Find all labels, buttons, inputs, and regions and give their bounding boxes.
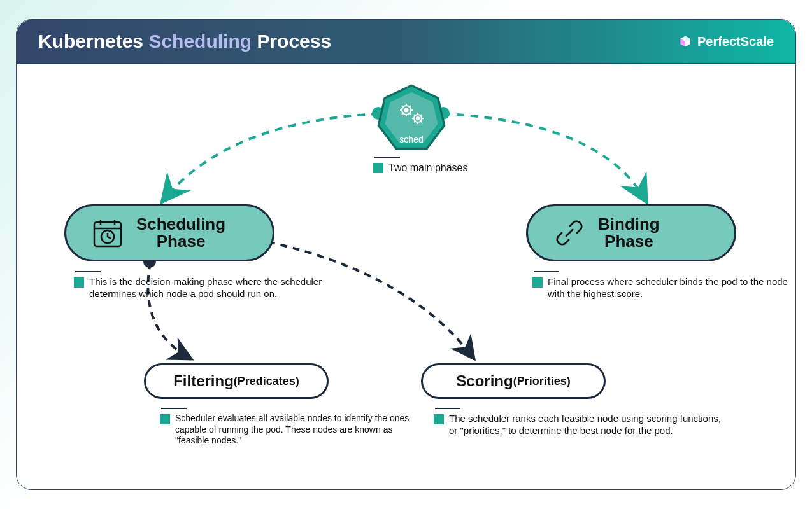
divider	[161, 408, 187, 409]
bullet-icon	[532, 277, 543, 288]
bullet-icon	[160, 414, 170, 424]
scheduling-desc: This is the decision-making phase where …	[74, 271, 350, 300]
title-prefix: Kubernetes	[38, 31, 148, 52]
filtering-node: Filtering (Predicates)	[144, 363, 329, 399]
scheduling-desc-text: This is the decision-making phase where …	[89, 276, 350, 300]
link-icon	[552, 216, 587, 250]
brand-block: PerfectScale	[678, 34, 774, 49]
filtering-desc-text: Scheduler evaluates all available nodes …	[175, 413, 411, 447]
page-title: Kubernetes Scheduling Process	[38, 31, 331, 52]
binding-desc: Final process where scheduler binds the …	[532, 271, 795, 300]
divider	[534, 271, 559, 272]
diagram-card: Kubernetes Scheduling Process PerfectSca…	[16, 19, 796, 490]
scoring-label: Scoring	[456, 372, 513, 390]
filtering-label: Filtering	[173, 372, 234, 390]
scoring-node: Scoring (Priorities)	[421, 363, 606, 399]
bullet-icon	[74, 277, 84, 288]
scheduler-label: sched	[399, 134, 423, 144]
calendar-clock-icon	[90, 216, 125, 250]
bullet-icon	[373, 163, 383, 173]
binding-phase-label: Binding Phase	[598, 216, 660, 251]
scoring-desc: The scheduler ranks each feasible node u…	[434, 408, 729, 437]
diagram-canvas: sched Two main phases Scheduling	[17, 64, 795, 489]
scoring-desc-text: The scheduler ranks each feasible node u…	[449, 413, 729, 437]
binding-desc-text: Final process where scheduler binds the …	[548, 276, 795, 300]
svg-point-3	[405, 109, 408, 112]
bullet-icon	[434, 414, 444, 424]
divider	[374, 157, 400, 158]
gears-icon	[397, 101, 426, 127]
divider	[75, 271, 101, 272]
header-bar: Kubernetes Scheduling Process PerfectSca…	[17, 20, 795, 64]
title-suffix: Process	[252, 31, 331, 52]
scheduler-note: Two main phases	[373, 157, 468, 174]
filtering-sublabel: (Predicates)	[234, 375, 299, 388]
divider	[435, 408, 460, 409]
scheduler-node: sched	[376, 83, 446, 153]
filtering-desc: Scheduler evaluates all available nodes …	[160, 408, 411, 447]
svg-point-5	[417, 117, 419, 120]
perfectscale-logo-icon	[678, 34, 692, 48]
scheduling-phase-label: Scheduling Phase	[136, 216, 225, 251]
scheduler-note-text: Two main phases	[388, 162, 468, 174]
binding-phase-node: Binding Phase	[526, 204, 736, 261]
scoring-sublabel: (Priorities)	[513, 375, 571, 388]
brand-name: PerfectScale	[697, 34, 774, 49]
scheduling-phase-node: Scheduling Phase	[64, 204, 274, 261]
title-accent: Scheduling	[148, 31, 252, 52]
